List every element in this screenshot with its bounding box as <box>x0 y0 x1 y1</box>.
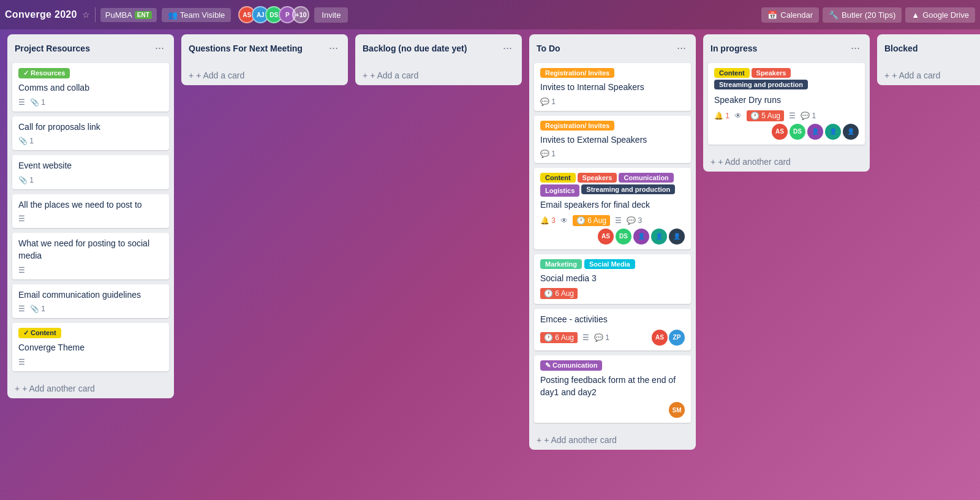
attachment-count: 📎 1 <box>30 98 45 107</box>
card-meta: ☰ <box>18 358 163 366</box>
alert-count: 🔔 1 <box>714 112 729 120</box>
watch-icon: 👁 <box>560 216 568 225</box>
list-cards: Content Speakers Streaming and productio… <box>703 61 870 152</box>
card-title: Event website <box>18 160 163 172</box>
plus-icon: + <box>189 70 194 80</box>
invite-button[interactable]: Invite <box>314 7 348 23</box>
checklist-icon: ☰ <box>582 333 589 342</box>
checklist-icon: ☰ <box>789 112 796 120</box>
add-card-label: + Add a card <box>370 70 418 80</box>
list-cards: Registration/ Invites Invites to Interna… <box>529 61 696 430</box>
plus-icon: + <box>884 70 889 80</box>
card-avatar-as: AS <box>652 330 668 346</box>
card-meta: 🔔 3 👁 🕐 6 Aug ☰ 💬 3 <box>540 215 685 226</box>
card-title: Posting feedback form at the end of day1… <box>540 374 685 398</box>
add-card-button[interactable]: + + Add a card <box>355 66 522 85</box>
label-comunication: Comunication <box>619 173 673 183</box>
card-converge-theme[interactable]: ✓ Content Converge Theme ☰ <box>12 323 169 371</box>
list-project-resources: Project Resources ··· ✓ Resources Comms … <box>7 34 174 398</box>
plus-icon: + <box>15 384 20 393</box>
list-menu-button[interactable]: ··· <box>153 40 167 56</box>
comment-count: 💬 3 <box>627 216 642 225</box>
card-avatar-sm: SM <box>669 402 685 418</box>
list-header: Backlog (no due date yet) ··· <box>355 34 522 61</box>
avatar-more[interactable]: +10 <box>292 6 309 23</box>
butler-button[interactable]: 🔧 Butler (20 Tips) <box>823 7 902 23</box>
checklist-icon: ☰ <box>18 266 25 275</box>
add-card-label: + Add a card <box>892 70 940 80</box>
list-cards: ✓ Resources Comms and collab ☰ 📎 1 Call … <box>7 61 174 379</box>
list-in-progress: In progress ··· Content Speakers Streami… <box>703 34 870 172</box>
card-avatar-as: AS <box>772 124 788 140</box>
list-menu-button[interactable]: ··· <box>326 40 341 56</box>
card-speaker-dry-runs[interactable]: Content Speakers Streaming and productio… <box>708 63 865 145</box>
list-menu-button[interactable]: ··· <box>848 40 862 56</box>
card-meta: 📎 1 <box>18 176 163 184</box>
list-title: In progress <box>710 44 848 53</box>
label-registration: Registration/ Invites <box>540 68 614 78</box>
card-comms-collab[interactable]: ✓ Resources Comms and collab ☰ 📎 1 <box>12 63 169 112</box>
card-email-speakers[interactable]: Content Speakers Comunication Logistics … <box>534 168 691 249</box>
attachment-count: 📎 1 <box>18 137 34 145</box>
calendar-button[interactable]: 📅 Calendar <box>761 7 819 23</box>
card-avatars: SM <box>669 402 685 418</box>
team-visible-label: Team Visible <box>180 10 225 20</box>
team-visible-button[interactable]: 👥 Team Visible <box>162 8 231 22</box>
add-card-button[interactable]: + + Add another card <box>529 430 696 450</box>
card-social-media-3[interactable]: Marketing Social Media Social media 3 🕐 … <box>534 254 691 305</box>
add-card-button[interactable]: + + Add another card <box>703 152 870 172</box>
due-date: 🕐 6 Aug <box>573 215 610 226</box>
card-event-website[interactable]: Event website 📎 1 <box>12 155 169 189</box>
drive-label: Google Drive <box>922 10 969 20</box>
label-streaming: Streaming and production <box>714 80 808 89</box>
plus-icon: + <box>537 435 541 445</box>
card-external-speakers[interactable]: Registration/ Invites Invites to Externa… <box>534 116 691 164</box>
card-title: All the places we need to post to <box>18 199 163 211</box>
card-meta: ☰ 📎 1 <box>18 305 163 313</box>
card-title: Invites to Internal Speakers <box>540 81 685 94</box>
add-card-button[interactable]: + + Add a card <box>877 66 980 85</box>
card-all-places[interactable]: All the places we need to post to ☰ <box>12 194 169 229</box>
header-actions: 📅 Calendar 🔧 Butler (20 Tips) ▲ Google D… <box>761 7 975 23</box>
list-title: Project Resources <box>15 44 153 53</box>
add-card-label: + Add another card <box>718 157 791 167</box>
pumba-ent-badge: ENT <box>135 11 152 19</box>
label-resources: ✓ Resources <box>18 68 70 78</box>
card-avatar-ds: DS <box>790 124 805 140</box>
card-meta: ☰ 📎 1 <box>18 98 163 107</box>
list-header: To Do ··· <box>529 34 696 61</box>
card-internal-speakers[interactable]: Registration/ Invites Invites to Interna… <box>534 63 691 111</box>
alert-count: 🔔 3 <box>540 216 556 225</box>
comment-count: 💬 1 <box>801 112 816 120</box>
list-title: Questions For Next Meeting <box>189 44 326 53</box>
checklist-icon: ☰ <box>18 98 25 107</box>
list-menu-button[interactable]: ··· <box>674 40 688 56</box>
google-drive-button[interactable]: ▲ Google Drive <box>905 7 975 23</box>
list-menu-button[interactable]: ··· <box>500 40 514 56</box>
add-card-button[interactable]: + + Add a card <box>181 66 348 85</box>
card-email-guidelines[interactable]: Email communication guidelines ☰ 📎 1 <box>12 284 169 319</box>
label-content: ✓ Content <box>18 328 61 338</box>
board: Project Resources ··· ✓ Resources Comms … <box>0 29 980 500</box>
list-header: In progress ··· <box>703 34 870 61</box>
card-title: Comms and collab <box>18 82 163 94</box>
add-card-button[interactable]: + + Add another card <box>7 379 174 398</box>
card-social-media-posting[interactable]: What we need for posting to social media… <box>12 233 169 279</box>
list-title: Backlog (no due date yet) <box>363 44 500 53</box>
label-content: Content <box>714 68 750 78</box>
list-title: To Do <box>537 44 674 53</box>
checklist-icon: ☰ <box>615 216 622 225</box>
label-content: Content <box>540 173 576 183</box>
board-title: Converge 2020 <box>5 9 77 20</box>
card-meta: 💬 1 <box>540 97 685 106</box>
card-avatar-1: 👤 <box>807 124 823 140</box>
pumba-button[interactable]: PuMBA ENT <box>100 8 157 22</box>
card-call-proposals[interactable]: Call for proposals link 📎 1 <box>12 116 169 151</box>
card-avatar-3: 👤 <box>669 229 685 244</box>
card-emcee-activities[interactable]: Emcee - activities 🕐 6 Aug ☰ 💬 1 AS ZP <box>534 309 691 350</box>
card-meta: 🔔 1 👁 🕐 5 Aug ☰ 💬 1 <box>714 110 859 121</box>
star-icon[interactable]: ☆ <box>82 10 90 20</box>
list-questions-meeting: Questions For Next Meeting ··· + + Add a… <box>181 34 348 85</box>
card-feedback-form[interactable]: ✎ Comunication Posting feedback form at … <box>534 355 691 423</box>
watch-icon: 👁 <box>734 112 742 120</box>
